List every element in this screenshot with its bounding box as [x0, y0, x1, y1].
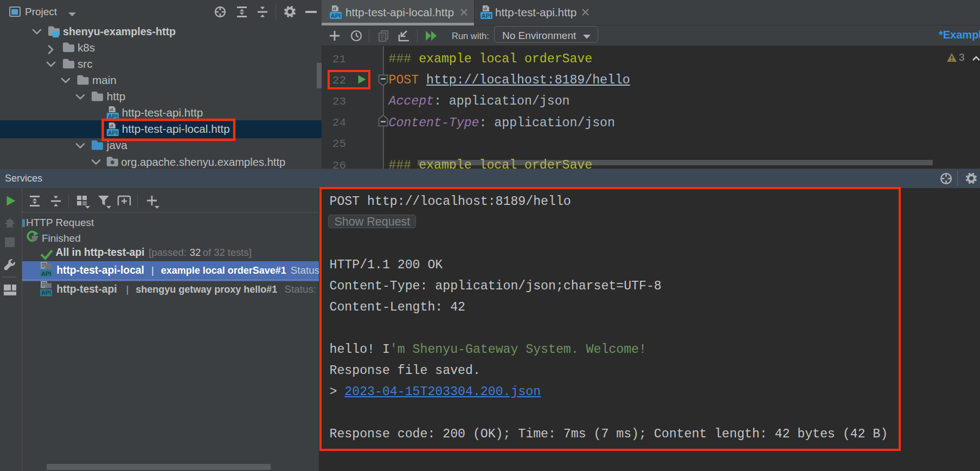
svg-text:32: 32: [190, 247, 201, 258]
svg-text:src: src: [78, 57, 93, 70]
svg-text:http: http: [107, 90, 126, 102]
svg-text:http-test-api-local.http: http-test-api-local.http: [122, 122, 230, 135]
svg-text:org.apache.shenyu.examples.htt: org.apache.shenyu.examples.http: [121, 156, 285, 168]
svg-text:example local orderSave#1: example local orderSave#1: [161, 265, 286, 276]
svg-text:of 32 tests]: of 32 tests]: [203, 247, 252, 258]
svg-text:Status: Status: [291, 264, 319, 276]
svg-text:http-test-api: http-test-api: [56, 283, 117, 295]
svg-text:HTTP Request: HTTP Request: [26, 217, 94, 228]
svg-text:k8s: k8s: [78, 41, 95, 54]
svg-text:Status:: Status:: [285, 283, 316, 295]
svg-text:main: main: [92, 74, 117, 86]
svg-text:|: |: [151, 264, 154, 276]
svg-text:All in http-test-api: All in http-test-api: [56, 247, 145, 258]
svg-text:Finished: Finished: [42, 233, 81, 244]
svg-text:shengyu getway proxy hello#1: shengyu getway proxy hello#1: [136, 284, 277, 295]
svg-text:API: API: [482, 12, 491, 19]
svg-text:|: |: [126, 283, 129, 295]
svg-text:API: API: [331, 12, 341, 19]
svg-text:[passed:: [passed:: [149, 247, 187, 258]
svg-text:http-test-api.http: http-test-api.http: [122, 106, 203, 119]
svg-text:http-test-api-local: http-test-api-local: [56, 264, 144, 276]
svg-text:shenyu-examples-http: shenyu-examples-http: [63, 25, 176, 37]
